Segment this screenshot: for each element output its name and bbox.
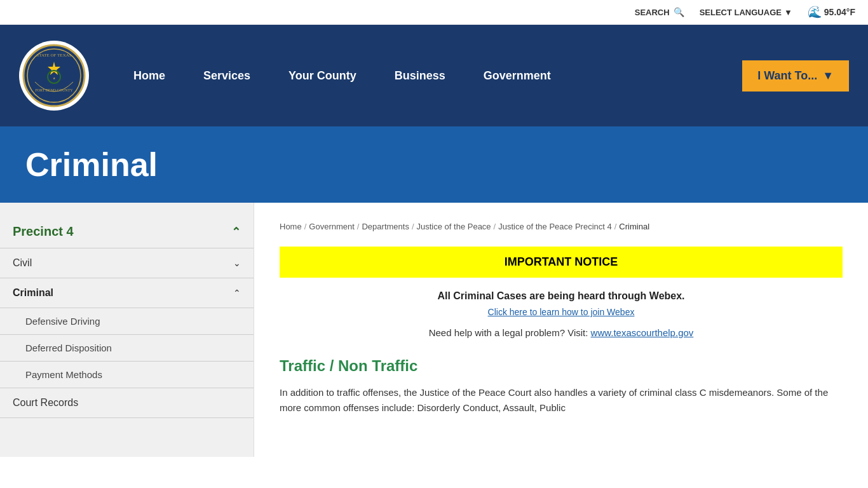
deferred-disposition-label: Deferred Disposition	[25, 342, 112, 353]
legal-help: Need help with a legal problem? Visit: w…	[280, 327, 843, 338]
temperature: 95.04°F	[824, 7, 855, 17]
nav-government[interactable]: Government	[465, 69, 570, 83]
breadcrumb-current: Criminal	[619, 222, 649, 231]
search-icon: 🔍	[674, 7, 684, 17]
webex-link[interactable]: Click here to learn how to join Webex	[488, 307, 635, 317]
nav-home[interactable]: Home	[114, 69, 184, 83]
sidebar-civil[interactable]: Civil ⌄	[0, 248, 254, 278]
court-records-label: Court Records	[13, 397, 78, 409]
criminal-chevron-up-icon: ⌃	[233, 288, 241, 298]
breadcrumb-sep-2: /	[357, 222, 360, 231]
breadcrumb-precinct4[interactable]: Justice of the Peace Precinct 4	[498, 222, 611, 231]
breadcrumb-justice-of-peace[interactable]: Justice of the Peace	[417, 222, 491, 231]
civil-label: Civil	[13, 257, 32, 269]
defensive-driving-label: Defensive Driving	[25, 316, 100, 327]
traffic-section-text: In addition to traffic offenses, the Jus…	[280, 385, 843, 416]
nav-your-county[interactable]: Your County	[269, 69, 376, 83]
language-selector[interactable]: SELECT LANGUAGE ▼	[700, 8, 792, 17]
legal-help-link[interactable]: www.texascourthelp.gov	[591, 327, 694, 338]
breadcrumb: Home / Government / Departments / Justic…	[280, 222, 843, 231]
page-title: Criminal	[25, 146, 843, 184]
webex-text: All Criminal Cases are being heard throu…	[280, 290, 843, 302]
sidebar-criminal[interactable]: Criminal ⌃	[0, 278, 254, 308]
sidebar-defensive-driving[interactable]: Defensive Driving	[0, 308, 254, 335]
precinct4-label: Precinct 4	[13, 224, 74, 239]
chevron-down-icon: ▼	[784, 8, 792, 17]
sidebar-court-records[interactable]: Court Records	[0, 388, 254, 418]
sidebar-payment-methods[interactable]: Payment Methods	[0, 362, 254, 388]
language-label: SELECT LANGUAGE	[700, 8, 782, 17]
content-area: Home / Government / Departments / Justic…	[254, 203, 868, 457]
search-button[interactable]: SEARCH 🔍	[635, 7, 684, 17]
i-want-to-button[interactable]: I Want To... ▼	[742, 60, 849, 92]
legal-help-text: Need help with a legal problem? Visit:	[429, 327, 588, 338]
breadcrumb-home[interactable]: Home	[280, 222, 302, 231]
breadcrumb-sep-1: /	[304, 222, 307, 231]
logo: STATE OF TEXAS ★ FORT BEND COUNTY	[19, 41, 89, 111]
breadcrumb-sep-3: /	[412, 222, 414, 231]
payment-methods-label: Payment Methods	[25, 369, 102, 380]
breadcrumb-government[interactable]: Government	[309, 222, 355, 231]
i-want-to-label: I Want To...	[757, 69, 817, 83]
header: STATE OF TEXAS ★ FORT BEND COUNTY Home S…	[0, 25, 868, 126]
breadcrumb-departments[interactable]: Departments	[362, 222, 409, 231]
sidebar: Precinct 4 ⌃ Civil ⌄ Criminal ⌃ Defensiv…	[0, 203, 254, 457]
notice-banner-text: IMPORTANT NOTICE	[505, 255, 618, 268]
top-bar: SEARCH 🔍 SELECT LANGUAGE ▼ 🌊 95.04°F	[0, 0, 868, 25]
sidebar-precinct4-header[interactable]: Precinct 4 ⌃	[0, 215, 254, 248]
sidebar-deferred-disposition[interactable]: Deferred Disposition	[0, 335, 254, 362]
precinct4-chevron-up-icon: ⌃	[231, 225, 241, 239]
search-label: SEARCH	[635, 8, 670, 17]
nav-business[interactable]: Business	[376, 69, 465, 83]
main-layout: Precinct 4 ⌃ Civil ⌄ Criminal ⌃ Defensiv…	[0, 203, 868, 457]
page-title-banner: Criminal	[0, 126, 868, 203]
logo-area: STATE OF TEXAS ★ FORT BEND COUNTY	[19, 41, 89, 111]
weather-display: 🌊 95.04°F	[808, 5, 855, 19]
main-nav: Home Services Your County Business Gover…	[114, 60, 849, 92]
civil-chevron-down-icon: ⌄	[233, 258, 241, 268]
criminal-label: Criminal	[13, 287, 53, 299]
breadcrumb-sep-5: /	[614, 222, 617, 231]
important-notice-banner: IMPORTANT NOTICE	[280, 247, 843, 278]
svg-text:STATE OF TEXAS: STATE OF TEXAS	[36, 53, 71, 58]
breadcrumb-sep-4: /	[494, 222, 496, 231]
chevron-down-icon: ▼	[822, 69, 834, 83]
nav-services[interactable]: Services	[184, 69, 269, 83]
weather-icon: 🌊	[808, 5, 822, 19]
traffic-section-title: Traffic / Non Traffic	[280, 357, 843, 375]
webex-notice: All Criminal Cases are being heard throu…	[280, 290, 843, 317]
